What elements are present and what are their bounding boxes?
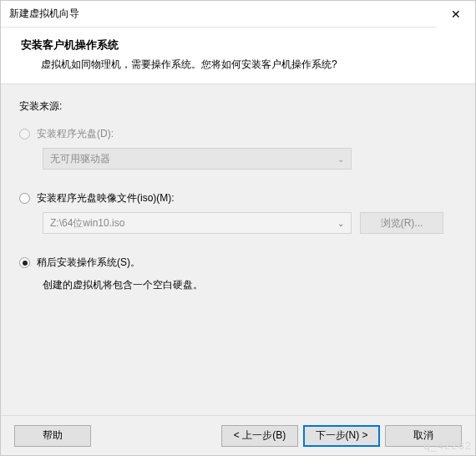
radio-disc[interactable] — [19, 129, 30, 139]
back-button[interactable]: < 上一步(B) — [221, 425, 298, 447]
disc-drive-combo[interactable]: 无可用驱动器 ⌄ — [43, 148, 352, 170]
chevron-down-icon: ⌄ — [337, 155, 344, 164]
option-iso-row[interactable]: 安装程序光盘映像文件(iso)(M): — [19, 191, 457, 205]
radio-iso[interactable] — [19, 193, 30, 204]
option-iso-group: 安装程序光盘映像文件(iso)(M): Z:\64位win10.iso ⌄ 浏览… — [19, 191, 457, 234]
browse-button-label: 浏览(R)... — [381, 216, 423, 231]
titlebar: 新建虚拟机向导 ✕ — [1, 1, 475, 28]
option-disc-label: 安装程序光盘(D): — [37, 127, 114, 141]
help-button[interactable]: 帮助 — [14, 425, 91, 447]
iso-path-value: Z:\64位win10.iso — [50, 216, 124, 231]
next-button[interactable]: 下一步(N) > — [303, 425, 380, 447]
page-description: 虚拟机如同物理机，需要操作系统。您将如何安装客户机操作系统? — [21, 58, 455, 72]
option-disc-group: 安装程序光盘(D): 无可用驱动器 ⌄ — [19, 127, 457, 170]
chevron-down-icon: ⌄ — [337, 219, 344, 228]
iso-path-combo[interactable]: Z:\64位win10.iso ⌄ — [43, 212, 352, 234]
option-later-hint: 创建的虚拟机将包含一个空白硬盘。 — [43, 278, 457, 292]
next-button-label: 下一步(N) > — [316, 428, 368, 443]
option-later-row[interactable]: 稍后安装操作系统(S)。 — [19, 256, 457, 270]
help-button-label: 帮助 — [43, 428, 63, 443]
close-button[interactable]: ✕ — [437, 1, 475, 28]
install-source-label: 安装来源: — [19, 99, 457, 114]
page-title: 安装客户机操作系统 — [21, 38, 455, 53]
cancel-button-label: 取消 — [413, 428, 433, 443]
close-icon: ✕ — [451, 8, 461, 21]
wizard-header: 安装客户机操作系统 虚拟机如同物理机，需要操作系统。您将如何安装客户机操作系统? — [1, 28, 475, 84]
disc-drive-value: 无可用驱动器 — [50, 152, 110, 166]
option-later-group: 稍后安装操作系统(S)。 创建的虚拟机将包含一个空白硬盘。 — [19, 256, 457, 292]
option-disc-row[interactable]: 安装程序光盘(D): — [19, 127, 457, 141]
window-title: 新建虚拟机向导 — [9, 7, 437, 21]
wizard-body: 安装来源: 安装程序光盘(D): 无可用驱动器 ⌄ 安装程序光盘映像文件(iso… — [1, 84, 475, 415]
radio-later[interactable] — [19, 257, 30, 268]
option-iso-label: 安装程序光盘映像文件(iso)(M): — [37, 191, 175, 205]
cancel-button[interactable]: 取消 — [385, 425, 462, 447]
back-button-label: < 上一步(B) — [234, 428, 286, 443]
wizard-footer: 帮助 < 上一步(B) 下一步(N) > 取消 — [1, 415, 475, 455]
browse-button[interactable]: 浏览(R)... — [360, 212, 443, 234]
option-later-label: 稍后安装操作系统(S)。 — [37, 256, 140, 270]
